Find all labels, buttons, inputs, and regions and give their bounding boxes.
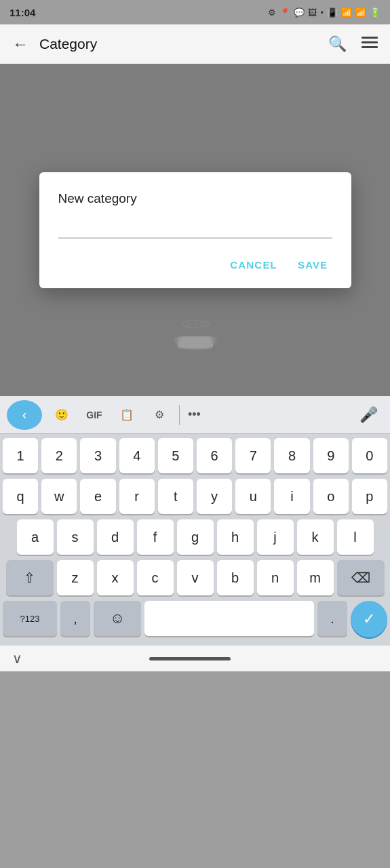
more-icon: ••• — [188, 408, 201, 422]
key-v[interactable]: v — [177, 560, 214, 595]
key-s[interactable]: s — [57, 519, 94, 555]
new-category-dialog: New category CANCEL SAVE — [39, 172, 351, 288]
collapse-keyboard-button[interactable]: ∨ — [12, 650, 22, 667]
key-q[interactable]: q — [3, 479, 38, 514]
keyboard-toolbar: ‹ 🙂 GIF 📋 ⚙ ••• 🎤 — [0, 396, 390, 434]
key-x[interactable]: x — [97, 560, 134, 595]
zxcv-row: ⇧ z x c v b n m ⌫ — [3, 560, 387, 595]
keyboard-section: ‹ 🙂 GIF 📋 ⚙ ••• 🎤 1 2 3 4 5 6 — [0, 396, 390, 646]
home-indicator — [149, 657, 231, 660]
dot-status-icon: • — [320, 7, 324, 18]
back-button[interactable]: ← — [8, 31, 33, 58]
key-4[interactable]: 4 — [119, 438, 155, 473]
category-name-input[interactable] — [58, 218, 332, 235]
svg-rect-0 — [362, 37, 378, 39]
key-i[interactable]: i — [274, 479, 309, 514]
key-o[interactable]: o — [313, 479, 349, 514]
key-1[interactable]: 1 — [3, 438, 38, 473]
shift-key[interactable]: ⇧ — [6, 560, 54, 595]
signal-icon: 📶 — [355, 7, 366, 18]
dialog-input-wrapper — [58, 218, 332, 239]
page-title: Category — [39, 36, 317, 52]
status-bar: 11:04 ⚙ 📍 💬 🖼 • 📳 📶 📶 🔋 — [0, 0, 390, 24]
status-time: 11:04 — [9, 7, 35, 18]
cancel-button[interactable]: CANCEL — [226, 254, 281, 276]
key-3[interactable]: 3 — [80, 438, 115, 473]
key-t[interactable]: t — [158, 479, 193, 514]
comma-key[interactable]: , — [60, 601, 90, 636]
status-icons: ⚙ 📍 💬 🖼 • 📳 📶 📶 🔋 — [268, 7, 381, 18]
menu-button[interactable] — [357, 31, 382, 57]
asdf-row: a s d f g h j k l — [3, 519, 387, 555]
key-5[interactable]: 5 — [158, 438, 193, 473]
key-7[interactable]: 7 — [235, 438, 271, 473]
gif-toolbar-button[interactable]: GIF — [79, 400, 110, 430]
number-row: 1 2 3 4 5 6 7 8 9 0 — [3, 438, 387, 473]
svg-rect-2 — [362, 46, 378, 48]
period-key[interactable]: . — [317, 601, 347, 636]
dialog-title: New category — [58, 191, 332, 206]
smiley-icon: 🙂 — [55, 408, 69, 421]
dialog-actions: CANCEL SAVE — [58, 254, 332, 276]
key-m[interactable]: m — [297, 560, 334, 595]
emoji-key[interactable]: ☺ — [94, 601, 141, 636]
keyboard: 1 2 3 4 5 6 7 8 9 0 q w e r t y u i o p … — [0, 434, 390, 646]
mic-toolbar-button[interactable]: 🎤 — [354, 406, 383, 424]
more-toolbar-button[interactable]: ••• — [184, 408, 205, 422]
key-j[interactable]: j — [257, 519, 294, 555]
space-key[interactable] — [144, 601, 314, 636]
search-button[interactable]: 🔍 — [324, 31, 351, 57]
backspace-key[interactable]: ⌫ — [337, 560, 385, 595]
battery-icon: 🔋 — [370, 7, 381, 18]
key-g[interactable]: g — [177, 519, 214, 555]
gear-status-icon: ⚙ — [268, 7, 276, 18]
toolbar-separator — [179, 405, 180, 425]
key-r[interactable]: r — [119, 479, 155, 514]
key-k[interactable]: k — [297, 519, 334, 555]
location-status-icon: 📍 — [279, 7, 290, 18]
vibrate-icon: 📳 — [327, 7, 338, 18]
key-u[interactable]: u — [235, 479, 271, 514]
keyboard-back-icon: ‹ — [22, 407, 27, 422]
key-8[interactable]: 8 — [274, 438, 309, 473]
key-l[interactable]: l — [337, 519, 374, 555]
clipboard-toolbar-button[interactable]: 📋 — [111, 400, 142, 430]
mic-icon: 🎤 — [359, 406, 378, 423]
backspace-icon: ⌫ — [351, 570, 370, 586]
settings-toolbar-button[interactable]: ⚙ — [144, 400, 175, 430]
key-e[interactable]: e — [80, 479, 115, 514]
key-c[interactable]: c — [137, 560, 174, 595]
svg-rect-1 — [362, 41, 378, 43]
main-content: New category CANCEL SAVE — [0, 64, 390, 396]
key-0[interactable]: 0 — [352, 438, 387, 473]
key-f[interactable]: f — [137, 519, 174, 555]
message-status-icon: 💬 — [294, 7, 305, 18]
key-9[interactable]: 9 — [313, 438, 349, 473]
bottom-bar: ∨ — [0, 646, 390, 671]
image-status-icon: 🖼 — [308, 7, 317, 18]
enter-key[interactable]: ✓ — [351, 601, 387, 637]
keyboard-back-button[interactable]: ‹ — [7, 400, 42, 430]
number-symbols-key[interactable]: ?123 — [3, 601, 57, 636]
key-z[interactable]: z — [57, 560, 94, 595]
bottom-row: ?123 , ☺ . ✓ — [3, 601, 387, 637]
qwerty-row: q w e r t y u i o p — [3, 479, 387, 514]
settings-icon: ⚙ — [155, 408, 164, 421]
key-a[interactable]: a — [17, 519, 54, 555]
key-n[interactable]: n — [257, 560, 294, 595]
enter-icon: ✓ — [363, 610, 375, 628]
key-w[interactable]: w — [41, 479, 77, 514]
key-2[interactable]: 2 — [41, 438, 77, 473]
key-d[interactable]: d — [97, 519, 134, 555]
wifi-icon: 📶 — [341, 7, 352, 18]
shift-icon: ⇧ — [24, 570, 35, 586]
key-y[interactable]: y — [197, 479, 232, 514]
key-b[interactable]: b — [217, 560, 254, 595]
clipboard-icon: 📋 — [120, 408, 134, 421]
key-6[interactable]: 6 — [197, 438, 232, 473]
save-button[interactable]: SAVE — [294, 254, 332, 276]
smiley-toolbar-button[interactable]: 🙂 — [46, 400, 77, 430]
key-p[interactable]: p — [352, 479, 387, 514]
dialog-overlay: New category CANCEL SAVE — [0, 64, 390, 396]
key-h[interactable]: h — [217, 519, 254, 555]
